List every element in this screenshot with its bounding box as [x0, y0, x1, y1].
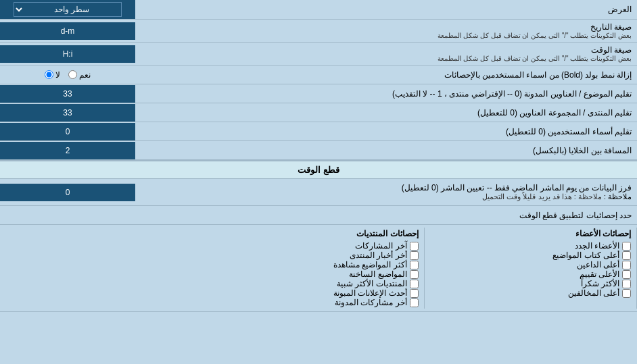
forum-titles-label: تقليم المنتدى / المجموعة العناوين (0 للت… — [135, 105, 637, 120]
username-trim-input[interactable] — [4, 125, 131, 138]
bold-yes-label: نعم — [79, 70, 91, 80]
cb-top-violators-input[interactable] — [622, 289, 631, 298]
cb-top-inviters-input[interactable] — [622, 261, 631, 269]
cb-most-viewed[interactable]: أكثر المواضيع مشاهدة — [217, 260, 418, 269]
topic-titles-input[interactable] — [4, 87, 131, 101]
username-trim-row: تقليم أسماء المستخدمين (0 للتعطيل) — [0, 122, 637, 141]
cell-spacing-label: المسافة بين الخلايا (بالبكسل) — [135, 143, 637, 158]
display-mode-label: العرض — [135, 2, 637, 17]
cb-top-violators[interactable]: أعلى المخالفين — [430, 288, 631, 298]
username-trim-label: تقليم أسماء المستخدمين (0 للتعطيل) — [135, 124, 637, 139]
cb-new-members[interactable]: الأعضاء الجدد — [430, 241, 631, 251]
cb-hot-topics[interactable]: المواضيع الساخنة — [217, 269, 418, 279]
cb-most-thanks[interactable]: الأكثر شكراً — [430, 279, 631, 288]
col-members: إحصائات الأعضاء الأعضاء الجدد أعلى كتاب … — [425, 228, 637, 309]
checkbox-columns: إحصائات الأعضاء الأعضاء الجدد أعلى كتاب … — [0, 225, 637, 311]
cb-similar-forums-input[interactable] — [410, 280, 419, 288]
cb-new-members-input[interactable] — [622, 242, 631, 251]
cb-top-rated[interactable]: الأعلى تقييم — [430, 269, 631, 279]
username-trim-input-container[interactable] — [0, 123, 135, 140]
date-format-row: صيغة التاريخ بعض التكوينات يتطلب "/" الت… — [0, 20, 637, 43]
time-format-row: صيغة الوقت بعض التكوينات يتطلب "/" التي … — [0, 43, 637, 66]
col-forums-header: إحصائات المنتديات — [217, 229, 418, 238]
main-container: العرض سطر واحد متعدد الأسطر صيغة التاريخ… — [0, 0, 637, 312]
cb-hot-topics-input[interactable] — [410, 270, 419, 279]
cb-latest-posts-input[interactable] — [410, 242, 419, 251]
cb-most-thanks-input[interactable] — [622, 280, 631, 288]
time-format-label: صيغة الوقت بعض التكوينات يتطلب "/" التي … — [135, 43, 637, 65]
bold-no-radio[interactable] — [45, 70, 53, 79]
cb-latest-posts[interactable]: آخر المشاركات — [217, 241, 418, 251]
cb-forum-news[interactable]: أخر أخبار المنتدى — [217, 251, 418, 260]
cb-top-writers-input[interactable] — [622, 251, 631, 260]
col-members-header: إحصائات الأعضاء — [430, 229, 631, 238]
apply-cutoff-label: حدد إحصائيات لتطبيق قطع الوقت — [0, 208, 637, 223]
forum-titles-input-container[interactable] — [0, 104, 135, 122]
topic-titles-row: تقليم الموضوع / العناوين المدونة (0 -- ا… — [0, 84, 637, 103]
time-format-input[interactable] — [4, 47, 131, 61]
cb-top-rated-input[interactable] — [622, 270, 631, 279]
cutoff-label: فرز البيانات من يوم الماشر الماضي فقط --… — [135, 180, 637, 204]
apply-cutoff-section: حدد إحصائيات لتطبيق قطع الوقت إحصائات ال… — [0, 206, 637, 312]
cutoff-row: فرز البيانات من يوم الماشر الماضي فقط --… — [0, 179, 637, 206]
bold-remove-row: إزالة نمط بولد (Bold) من اسماء المستخدمي… — [0, 66, 637, 84]
bold-no-option[interactable]: لا — [45, 70, 60, 80]
cb-top-inviters[interactable]: أعلى الداعين — [430, 260, 631, 269]
cb-similar-forums[interactable]: المنتديات الأكثر شبية — [217, 279, 418, 288]
bold-remove-label: إزالة نمط بولد (Bold) من اسماء المستخدمي… — [135, 68, 637, 82]
cutoff-input[interactable] — [4, 186, 131, 199]
cell-spacing-input-container[interactable] — [0, 142, 135, 159]
col-empty — [0, 228, 212, 309]
cell-spacing-input[interactable] — [4, 144, 131, 157]
bold-yes-radio[interactable] — [68, 70, 77, 79]
cutoff-input-container[interactable] — [0, 184, 135, 201]
date-format-label: صيغة التاريخ بعض التكوينات يتطلب "/" الت… — [135, 20, 637, 42]
topic-titles-label: تقليم الموضوع / العناوين المدونة (0 -- ا… — [135, 86, 637, 101]
display-mode-row: العرض سطر واحد متعدد الأسطر — [0, 0, 637, 20]
forum-titles-row: تقليم المنتدى / المجموعة العناوين (0 للت… — [0, 103, 637, 122]
bold-no-label: لا — [55, 70, 60, 80]
topic-titles-input-container[interactable] — [0, 85, 135, 103]
cb-top-writers[interactable]: أعلى كتاب المواضيع — [430, 251, 631, 260]
cb-forum-news-input[interactable] — [410, 251, 419, 260]
forum-titles-input[interactable] — [4, 106, 131, 120]
cutoff-section-header: قطع الوقت — [0, 160, 637, 179]
cb-latest-announcements-input[interactable] — [410, 289, 419, 298]
date-format-input[interactable] — [4, 24, 131, 38]
cb-most-viewed-input[interactable] — [410, 261, 419, 269]
display-mode-input[interactable]: سطر واحد متعدد الأسطر — [0, 0, 135, 19]
cb-blog-posts-input[interactable] — [410, 298, 419, 307]
bold-remove-options: نعم لا — [0, 68, 135, 82]
cb-latest-announcements[interactable]: أحدث الإعلانات المبونة — [217, 288, 418, 298]
cell-spacing-row: المسافة بين الخلايا (بالبكسل) — [0, 141, 637, 160]
display-mode-select[interactable]: سطر واحد متعدد الأسطر — [14, 2, 122, 17]
date-format-input-container[interactable] — [0, 22, 135, 40]
col-forums: إحصائات المنتديات آخر المشاركات أخر أخبا… — [212, 228, 424, 309]
time-format-input-container[interactable] — [0, 45, 135, 63]
bold-yes-option[interactable]: نعم — [68, 70, 91, 80]
apply-cutoff-header-row: حدد إحصائيات لتطبيق قطع الوقت — [0, 206, 637, 225]
cutoff-note: ملاحظة : ملاحظة : هذا قد يزيد قليلاً وقت… — [141, 192, 632, 201]
cb-blog-posts[interactable]: أخر مشاركات المدونة — [217, 298, 418, 307]
